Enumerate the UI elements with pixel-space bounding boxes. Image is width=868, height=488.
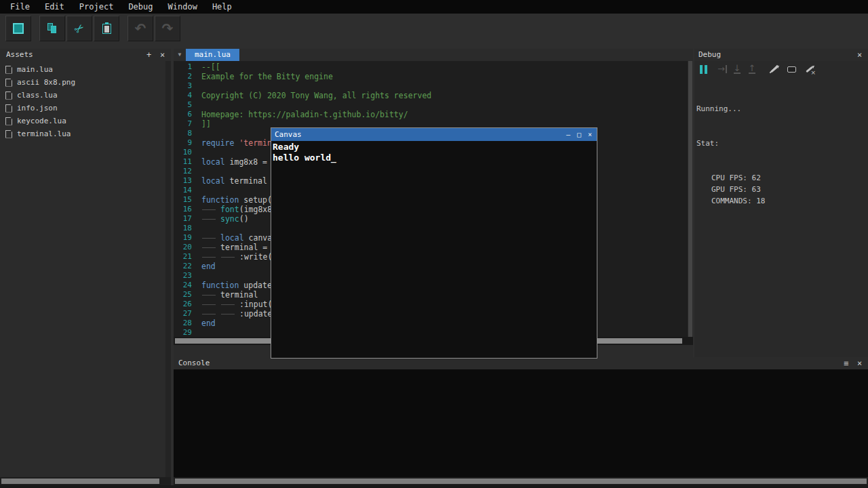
tab-list-dropdown-icon[interactable]: ▼ (174, 49, 186, 61)
pause-icon (700, 65, 707, 74)
file-icon (5, 130, 12, 138)
assets-close-button[interactable]: × (158, 49, 167, 61)
minimize-button[interactable]: – (563, 129, 574, 140)
menu-window[interactable]: Window (161, 0, 205, 14)
asset-label: keycode.lua (17, 117, 66, 125)
assets-header: Assets + × (0, 49, 171, 61)
add-asset-button[interactable]: + (144, 49, 153, 61)
code-line-6[interactable]: 6Homepage: https://paladin-t.github.io/b… (174, 110, 693, 119)
indent-guide (201, 300, 220, 309)
asset-item-class-lua[interactable]: class.lua (0, 89, 171, 102)
console-title: Console (178, 357, 210, 369)
debug-close-button[interactable]: × (855, 49, 864, 61)
code-line-4[interactable]: 4Copyright (C) 2020 Tony Wang, all right… (174, 91, 693, 100)
indent-guide (201, 205, 220, 214)
canvas-titlebar[interactable]: Canvas – □ × (271, 128, 597, 141)
indent-guide (220, 252, 239, 262)
scrollbar-thumb[interactable] (688, 61, 692, 337)
assets-panel: Assets + × main.luaascii 8x8.pngclass.lu… (0, 49, 171, 485)
line-number: 17 (174, 214, 192, 224)
menu-help[interactable]: Help (205, 0, 239, 14)
line-number: 22 (174, 262, 192, 271)
undo-button[interactable]: ↶ (127, 16, 153, 41)
toggle-breakpoint-button[interactable] (767, 62, 781, 76)
canvas-output[interactable]: Readyhello world_ (271, 141, 597, 358)
run-icon (13, 23, 24, 34)
code-line-2[interactable]: 2Example for the Bitty engine (174, 72, 693, 81)
editor-tabbar: ▼ main.lua (174, 49, 693, 61)
debug-toolbar: → ↓ ↑ × (694, 61, 868, 77)
scrollbar-thumb[interactable] (1, 479, 159, 484)
stat-label: COMMANDS: (711, 197, 756, 205)
line-number: 9 (174, 138, 192, 148)
asset-item-info-json[interactable]: info.json (0, 102, 171, 115)
pause-button[interactable] (696, 62, 710, 76)
assets-vertical-scrollbar[interactable] (165, 61, 171, 477)
menu-file[interactable]: File (3, 0, 37, 14)
stat-label: GPU FPS: (711, 185, 752, 194)
tab-main-lua[interactable]: main.lua (186, 49, 239, 61)
asset-item-main-lua[interactable]: main.lua (0, 63, 171, 76)
asset-label: main.lua (17, 65, 53, 74)
redo-icon: ↷ (162, 22, 174, 35)
step-out-icon: ↑ (749, 64, 756, 74)
assets-title: Assets (6, 49, 33, 61)
debug-body: Running... Stat: CPU FPS: 62GPU FPS: 63C… (694, 77, 868, 357)
console-panel: Console ≡ × (174, 357, 868, 485)
line-number: 7 (174, 119, 192, 129)
paste-button[interactable] (94, 16, 119, 41)
step-out-button[interactable]: ↑ (745, 62, 759, 76)
menu-edit[interactable]: Edit (37, 0, 72, 14)
menu-project[interactable]: Project (72, 0, 121, 14)
menu-debug[interactable]: Debug (121, 0, 160, 14)
indent-guide (201, 233, 220, 243)
stat-value: 63 (752, 185, 761, 194)
asset-item-terminal-lua[interactable]: terminal.lua (0, 127, 171, 140)
console-horizontal-scrollbar[interactable] (174, 477, 868, 485)
line-number: 10 (174, 148, 192, 157)
console-close-button[interactable]: × (855, 357, 864, 369)
close-button[interactable]: × (585, 129, 595, 140)
line-number: 21 (174, 252, 192, 262)
console-menu-icon[interactable]: ≡ (842, 357, 850, 369)
redo-button[interactable]: ↷ (155, 16, 180, 41)
step-over-button[interactable]: → (715, 62, 729, 76)
cut-button[interactable]: ✂ (66, 16, 92, 41)
asset-item-keycode-lua[interactable]: keycode.lua (0, 115, 171, 127)
line-number: 24 (174, 281, 192, 290)
indent-guide (201, 252, 220, 262)
scrollbar-thumb[interactable] (175, 479, 867, 484)
step-into-icon: ↓ (734, 64, 741, 74)
maximize-button[interactable]: □ (574, 129, 585, 140)
code-line-1[interactable]: 1--[[ (174, 62, 693, 72)
line-number: 27 (174, 309, 192, 319)
line-number: 19 (174, 233, 192, 243)
line-number: 5 (174, 100, 192, 110)
code-line-3[interactable]: 3 (174, 81, 693, 91)
run-button[interactable] (5, 16, 31, 41)
line-number: 4 (174, 91, 192, 100)
asset-label: class.lua (17, 91, 58, 100)
code-line-5[interactable]: 5 (174, 100, 693, 110)
assets-horizontal-scrollbar[interactable] (0, 477, 171, 485)
debug-running-status: Running... (696, 103, 868, 115)
file-icon (5, 66, 12, 74)
editor-vertical-scrollbar[interactable] (688, 61, 693, 337)
line-number: 3 (174, 81, 192, 91)
line-number: 13 (174, 176, 192, 186)
window-bottom-edge (0, 485, 868, 488)
asset-item-ascii-8x8-png[interactable]: ascii 8x8.png (0, 76, 171, 89)
step-into-button[interactable]: ↓ (730, 62, 744, 76)
clear-breakpoints-button[interactable]: × (802, 62, 816, 76)
line-number: 6 (174, 110, 192, 119)
copy-button[interactable] (39, 16, 65, 41)
disable-breakpoints-button[interactable] (785, 62, 798, 76)
undo-icon: ↶ (135, 22, 146, 35)
stat-value: 18 (756, 197, 765, 205)
asset-label: terminal.lua (17, 129, 71, 138)
file-icon (5, 117, 12, 125)
canvas-window: Canvas – □ × Readyhello world_ (271, 127, 597, 359)
breakpoint-buttons: × (767, 62, 817, 76)
assets-list: main.luaascii 8x8.pngclass.luainfo.jsonk… (0, 61, 171, 140)
copy-icon (47, 23, 58, 34)
